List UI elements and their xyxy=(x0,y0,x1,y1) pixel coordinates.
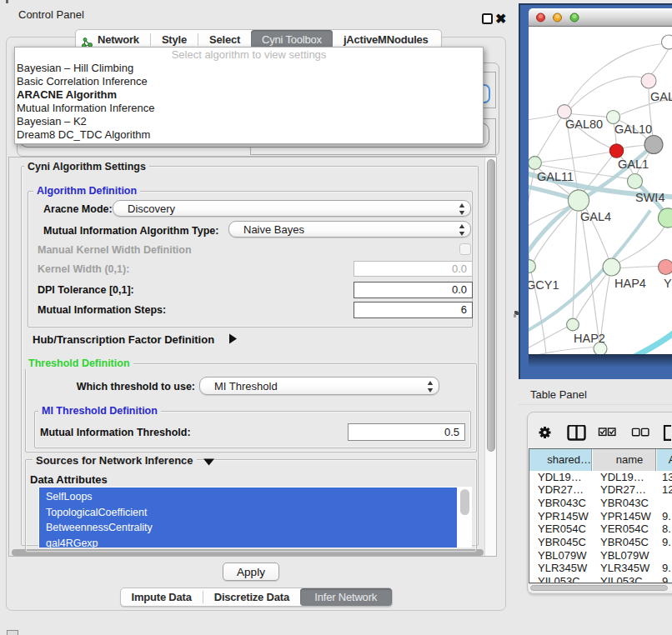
svg-text:HAP2: HAP2 xyxy=(574,331,605,344)
svg-text:GCY1: GCY1 xyxy=(529,278,559,291)
svg-text:GAL1: GAL1 xyxy=(618,158,649,171)
svg-text:GAL11: GAL11 xyxy=(537,169,574,182)
svg-text:GAL80: GAL80 xyxy=(565,118,603,131)
svg-text:GAL4: GAL4 xyxy=(580,209,611,222)
svg-text:SWI4: SWI4 xyxy=(635,190,664,203)
svg-text:GAL10: GAL10 xyxy=(614,122,652,136)
svg-text:HAP4: HAP4 xyxy=(614,276,646,289)
svg-text:GAL: GAL xyxy=(650,89,672,102)
svg-text:Y: Y xyxy=(664,276,672,289)
